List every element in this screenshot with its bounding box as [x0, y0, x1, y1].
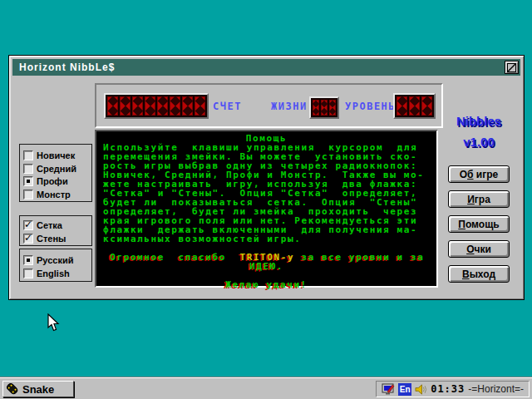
- lives-display: [309, 96, 339, 119]
- checkbox: ✓: [23, 234, 33, 244]
- score-label: СЧЕТ: [213, 101, 242, 112]
- button-label: О: [466, 244, 474, 255]
- radio-box: [23, 255, 33, 265]
- option-label: Русский: [37, 255, 73, 265]
- button-label: В: [462, 268, 470, 280]
- titlebar-button[interactable]: [505, 61, 519, 74]
- led-digit: [321, 100, 328, 116]
- mouse-cursor: [47, 313, 60, 332]
- volume-icon[interactable]: [415, 383, 427, 396]
- screen-text-line: ксимальных возможностей игры.: [103, 234, 430, 244]
- titlebar[interactable]: Horizont NibbLe$: [12, 59, 520, 76]
- about-game-button[interactable]: Об игре: [448, 165, 510, 183]
- radio-box: [23, 268, 33, 278]
- led-digit: [132, 96, 143, 116]
- button-label: П: [458, 219, 466, 230]
- led-digit: [120, 96, 131, 116]
- keyboard-layout-indicator[interactable]: En: [398, 383, 411, 396]
- difficulty-monster[interactable]: Монстр: [20, 188, 91, 201]
- led-digit: [107, 96, 118, 116]
- game-logo: Nibbles v1.00: [448, 114, 510, 155]
- led-digit: [409, 96, 420, 116]
- menu-buttons: Об игреИграПомощьОчкиВыход: [448, 165, 510, 290]
- difficulty-novice[interactable]: Новичек: [20, 149, 91, 162]
- button-label: гра: [475, 194, 490, 205]
- language-english[interactable]: English: [20, 267, 91, 280]
- button-label: игре: [474, 169, 499, 180]
- window-title: Horizont NibbLe$: [12, 62, 115, 73]
- difficulty-group: НовичекСреднийПрофиМонстр: [19, 144, 92, 202]
- screen-text-segment: за все уровни и за: [294, 252, 424, 263]
- system-tray: En 01:33 -=Horizont=-: [376, 381, 530, 397]
- taskbar-snake-button[interactable]: Snake: [2, 381, 74, 397]
- button-label: И: [467, 194, 475, 205]
- screen-text-segment: Огромное спасибо: [103, 252, 239, 263]
- logo-version: v1.00: [448, 135, 510, 149]
- led-digit: [145, 96, 155, 116]
- snake-icon: [6, 382, 19, 396]
- option-grid[interactable]: ✓Сетка: [20, 219, 91, 232]
- language-group: РусскийEnglish: [19, 249, 92, 282]
- button-label: чки: [474, 244, 490, 255]
- score-display: [104, 93, 209, 119]
- radio-box: [23, 176, 33, 186]
- level-label: УРОВЕНЬ: [345, 101, 396, 112]
- game-button[interactable]: Игра: [448, 190, 510, 208]
- game-window: Horizont NibbLe$ СЧЕТ ЖИЗНИ УРОВЕНЬ Помо…: [8, 55, 525, 300]
- led-digit: [329, 100, 336, 116]
- option-label: Монстр: [37, 190, 71, 200]
- level-display: [393, 93, 436, 119]
- logo-title: Nibbles: [448, 114, 510, 128]
- check-mark-icon: ✓: [24, 219, 32, 230]
- option-walls[interactable]: ✓Стены: [20, 232, 91, 245]
- led-digit: [421, 96, 432, 116]
- tray-status-text: -=Horizont=-: [468, 383, 524, 395]
- button-label: б: [467, 169, 473, 180]
- option-label: Профи: [37, 176, 68, 186]
- option-label: Сетка: [37, 220, 62, 230]
- led-digit: [170, 96, 180, 116]
- options-group: ✓Сетка✓Стены: [19, 215, 92, 246]
- selected-dot-icon: [27, 259, 30, 262]
- clock: 01:33: [431, 383, 465, 395]
- task-button-label: Snake: [22, 383, 54, 396]
- option-label: Стены: [37, 234, 66, 244]
- radio-box: [23, 190, 33, 200]
- screen-text-line: Желаю удачи!: [103, 280, 430, 289]
- option-label: Средний: [37, 164, 76, 174]
- option-label: Новичек: [37, 150, 75, 160]
- checkbox: ✓: [23, 220, 33, 230]
- help-button[interactable]: Помощь: [448, 215, 510, 233]
- button-label: О: [460, 169, 467, 180]
- screen-text-segment: Желаю удачи!: [225, 279, 308, 290]
- option-label: English: [37, 268, 70, 278]
- help-screen: ПомощьИспользуйте клавиши управления кур…: [95, 130, 438, 288]
- screen-text-line: ИДЕЮ.: [103, 262, 430, 271]
- led-digit: [182, 96, 193, 116]
- radio-box: [23, 164, 33, 174]
- lives-label: ЖИЗНИ: [271, 101, 308, 112]
- display-icon[interactable]: [382, 382, 395, 396]
- button-label: омощь: [466, 219, 500, 230]
- exit-button[interactable]: Выход: [448, 265, 510, 283]
- language-russian[interactable]: Русский: [20, 254, 91, 267]
- taskbar: Snake En 01:33 -=Horizont=-: [0, 377, 532, 399]
- difficulty-medium[interactable]: Средний: [20, 162, 91, 175]
- led-digit: [397, 96, 407, 116]
- led-digit: [157, 96, 168, 116]
- screen-text-segment: ИДЕЮ.: [249, 261, 283, 272]
- radio-box: [23, 150, 33, 160]
- led-digit: [313, 100, 319, 116]
- diagonal-slash-icon: [507, 63, 516, 72]
- scores-button[interactable]: Очки: [448, 240, 510, 258]
- scoreboard-panel: СЧЕТ ЖИЗНИ УРОВЕНЬ: [95, 83, 443, 128]
- screen-text-segment: ксимальных возможностей игры.: [103, 234, 301, 244]
- difficulty-pro[interactable]: Профи: [20, 175, 91, 189]
- selected-dot-icon: [27, 180, 30, 183]
- button-label: ыход: [470, 268, 495, 280]
- check-mark-icon: ✓: [24, 232, 32, 244]
- led-digit: [195, 96, 205, 116]
